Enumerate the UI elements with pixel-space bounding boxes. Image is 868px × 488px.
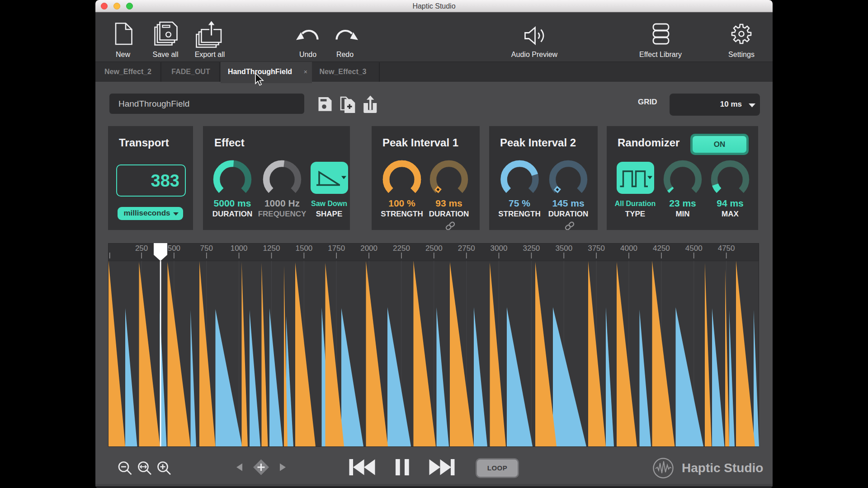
svg-text:Haptic Studio: Haptic Studio	[682, 461, 763, 475]
